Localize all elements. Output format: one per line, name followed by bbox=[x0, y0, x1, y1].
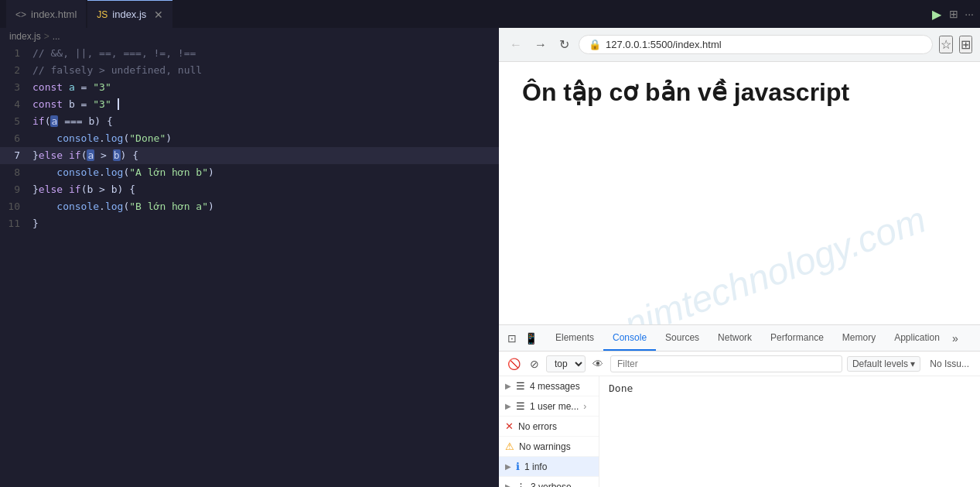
code-area[interactable]: 1 // &&, ||, ==, ===, !=, !== 2 // false… bbox=[0, 45, 499, 487]
context-dropdown[interactable]: top bbox=[546, 355, 586, 372]
breadcrumb-sep: > bbox=[44, 31, 50, 42]
browser-panel: ← → ↻ 🔒 127.0.0.1:5500/index.html ☆ ⊞ Ôn… bbox=[499, 28, 980, 487]
line-code: console.log("A lớn hơn b") bbox=[32, 164, 499, 181]
address-text: 127.0.0.1:5500/index.html bbox=[606, 39, 923, 50]
output-text: Done bbox=[609, 382, 633, 394]
line-code: console.log("Done") bbox=[32, 130, 499, 147]
arrow-right-icon: › bbox=[583, 401, 586, 412]
issues-button[interactable]: No Issu... bbox=[925, 357, 974, 371]
devtools-device-button[interactable]: 📱 bbox=[522, 330, 540, 347]
close-tab-button[interactable]: ✕ bbox=[154, 9, 163, 21]
line-code: // falsely > undefined, null bbox=[32, 62, 499, 79]
list-item[interactable]: ▶ ℹ 1 info bbox=[499, 457, 599, 477]
watermark: nimtechnology.com bbox=[619, 198, 931, 324]
tab-elements-label: Elements bbox=[555, 332, 594, 343]
console-content: ▶ ☰ 4 messages ▶ ☰ 1 user me... › ✕ No e… bbox=[499, 376, 980, 487]
tab-index-js[interactable]: JS index.js ✕ bbox=[87, 0, 172, 28]
messages-icon: ☰ bbox=[516, 380, 525, 392]
tab-network-label: Network bbox=[718, 332, 752, 343]
filter-icon-button[interactable]: ⊘ bbox=[528, 355, 541, 372]
line-number: 1 bbox=[0, 45, 32, 62]
line-code: console.log("B lớn hơn a") bbox=[32, 198, 499, 215]
table-row: 1 // &&, ||, ==, ===, !=, !== bbox=[0, 45, 499, 62]
tab-html-label: index.html bbox=[31, 9, 77, 20]
editor-panel: index.js > ... 1 // &&, ||, ==, ===, !=,… bbox=[0, 28, 499, 487]
table-row: 4 const b = "3" bbox=[0, 96, 499, 113]
output-line: Done bbox=[609, 382, 971, 394]
page-title: Ôn tập cơ bản về javascript bbox=[522, 77, 957, 107]
code-lines: 1 // &&, ||, ==, ===, !=, !== 2 // false… bbox=[0, 45, 499, 232]
tab-elements[interactable]: Elements bbox=[546, 325, 603, 351]
tab-performance[interactable]: Performance bbox=[761, 325, 833, 351]
default-levels-button[interactable]: Default levels ▾ bbox=[847, 356, 920, 372]
warning-icon: ⚠ bbox=[505, 441, 514, 452]
devtools-inspect-button[interactable]: ⊡ bbox=[505, 330, 519, 347]
list-item[interactable]: ⚠ No warnings bbox=[499, 437, 599, 457]
line-code: }else if(a > b) { bbox=[32, 147, 499, 164]
line-number: 5 bbox=[0, 113, 32, 130]
verbose-icon: ⋮ bbox=[516, 481, 526, 487]
line-code: // &&, ||, ==, ===, !=, !== bbox=[32, 45, 499, 62]
clear-console-button[interactable]: 🚫 bbox=[505, 355, 523, 372]
expand-arrow: ▶ bbox=[505, 462, 511, 471]
address-bar[interactable]: 🔒 127.0.0.1:5500/index.html bbox=[579, 35, 933, 54]
warnings-count: No warnings bbox=[519, 441, 571, 452]
table-row: 7 }else if(a > b) { bbox=[0, 147, 499, 164]
table-row: 8 console.log("A lớn hơn b") bbox=[0, 164, 499, 181]
output-area: Done bbox=[609, 382, 971, 394]
devtools-more-tabs[interactable]: » bbox=[949, 332, 961, 345]
console-filter-input[interactable] bbox=[610, 355, 842, 372]
split-editor-button[interactable]: ⊞ bbox=[949, 8, 958, 20]
tab-network[interactable]: Network bbox=[709, 325, 761, 351]
line-code: const a = "3" bbox=[32, 79, 499, 96]
table-row: 5 if(a === b) { bbox=[0, 113, 499, 130]
line-number: 6 bbox=[0, 130, 32, 147]
forward-button[interactable]: → bbox=[531, 35, 550, 55]
devtools-toolbar: 🚫 ⊘ top 👁 Default levels ▾ No Issu... bbox=[499, 352, 980, 376]
tab-memory[interactable]: Memory bbox=[833, 325, 885, 351]
line-number: 9 bbox=[0, 181, 32, 198]
devtools-tabs: ⊡ 📱 Elements Console Sources Network Per… bbox=[499, 325, 980, 352]
info-icon: ℹ bbox=[516, 461, 520, 472]
table-row: 2 // falsely > undefined, null bbox=[0, 62, 499, 79]
line-number: 4 bbox=[0, 96, 32, 113]
line-code: const b = "3" bbox=[32, 96, 499, 113]
list-item[interactable]: ✕ No errors bbox=[499, 417, 599, 437]
tab-application[interactable]: Application bbox=[885, 325, 949, 351]
tab-js-label: index.js bbox=[112, 9, 146, 20]
eye-icon-button[interactable]: 👁 bbox=[590, 355, 606, 372]
list-item[interactable]: ▶ ☰ 1 user me... › bbox=[499, 396, 599, 417]
line-code: if(a === b) { bbox=[32, 113, 499, 130]
tab-index-html[interactable]: <> index.html bbox=[6, 0, 86, 28]
expand-arrow: ▶ bbox=[505, 382, 511, 390]
table-row: 6 console.log("Done") bbox=[0, 130, 499, 147]
expand-arrow: ▶ bbox=[505, 482, 511, 487]
list-item[interactable]: ▶ ⋮ 3 verbose bbox=[499, 477, 599, 487]
list-item[interactable]: ▶ ☰ 4 messages bbox=[499, 376, 599, 396]
line-number: 2 bbox=[0, 62, 32, 79]
more-actions-button[interactable]: ··· bbox=[965, 8, 974, 20]
line-code: } bbox=[32, 215, 499, 232]
line-code: }else if(b > b) { bbox=[32, 181, 499, 198]
messages-count: 4 messages bbox=[530, 381, 580, 392]
expand-arrow: ▶ bbox=[505, 402, 511, 410]
tab-memory-label: Memory bbox=[842, 332, 876, 343]
bookmark-button[interactable]: ☆ bbox=[939, 36, 953, 53]
tab-console[interactable]: Console bbox=[603, 325, 656, 351]
js-icon: JS bbox=[97, 9, 108, 20]
tab-sources[interactable]: Sources bbox=[656, 325, 709, 351]
editor-tabs-bar: <> index.html JS index.js ✕ ▶ ⊞ ··· bbox=[0, 0, 980, 28]
refresh-button[interactable]: ↻ bbox=[556, 34, 572, 55]
line-number: 7 bbox=[0, 147, 32, 164]
back-button[interactable]: ← bbox=[507, 35, 525, 55]
tab-console-label: Console bbox=[613, 332, 647, 343]
breadcrumb-rest: ... bbox=[53, 31, 60, 42]
devtools-icons: ⊡ 📱 bbox=[505, 330, 540, 347]
info-count: 1 info bbox=[524, 461, 547, 472]
line-number: 8 bbox=[0, 164, 32, 181]
run-button[interactable]: ▶ bbox=[932, 7, 941, 22]
extensions-button[interactable]: ⊞ bbox=[959, 36, 972, 53]
console-sections: ▶ ☰ 4 messages ▶ ☰ 1 user me... › ✕ No e… bbox=[499, 376, 599, 487]
console-output: Done bbox=[599, 376, 980, 487]
tab-application-label: Application bbox=[894, 332, 940, 343]
